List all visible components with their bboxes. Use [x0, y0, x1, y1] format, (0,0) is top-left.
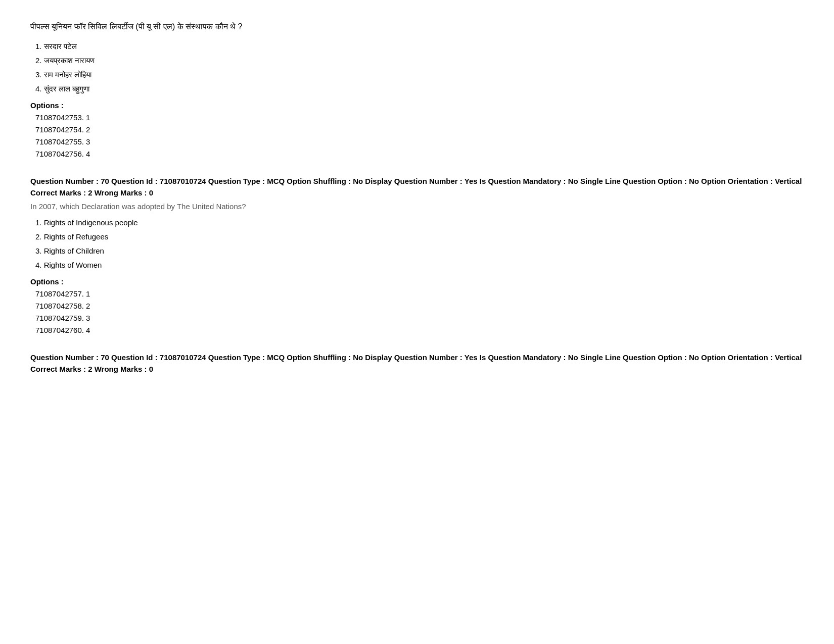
section1-options-label: Options :	[30, 101, 804, 110]
list-item: 2. जयप्रकाश नारायण	[35, 55, 804, 67]
section1-option-ids-list: 71087042753. 171087042754. 271087042755.…	[30, 112, 804, 160]
list-item: 4. सुंदर लाल बहुगुणा	[35, 83, 804, 95]
list-item: 3. Rights of Children	[35, 245, 804, 257]
section1-options-list: 1. सरदार पटेल2. जयप्रकाश नारायण3. राम मन…	[30, 40, 804, 95]
list-item: 2. Rights of Refugees	[35, 231, 804, 243]
list-item: 1. Rights of Indigenous people	[35, 217, 804, 229]
section2-options-label: Options :	[30, 277, 804, 286]
section2-option-ids-list: 71087042757. 171087042758. 271087042759.…	[30, 288, 804, 336]
section-1: पीपल्स यूनियन फॉर सिविल लिबर्टीज (पी यू …	[30, 20, 804, 160]
section3-correct-marks: Correct Marks : 2 Wrong Marks : 0	[30, 365, 804, 373]
list-item: 1. सरदार पटेल	[35, 40, 804, 53]
list-item: 71087042758. 2	[35, 300, 804, 312]
list-item: 71087042757. 1	[35, 288, 804, 300]
section-3: Question Number : 70 Question Id : 71087…	[30, 352, 804, 373]
section3-question-meta: Question Number : 70 Question Id : 71087…	[30, 352, 804, 364]
list-item: 71087042753. 1	[35, 112, 804, 124]
list-item: 71087042756. 4	[35, 148, 804, 160]
section2-question-meta: Question Number : 70 Question Id : 71087…	[30, 175, 804, 187]
list-item: 71087042759. 3	[35, 312, 804, 324]
section2-options-list: 1. Rights of Indigenous people2. Rights …	[30, 217, 804, 271]
list-item: 71087042754. 2	[35, 124, 804, 136]
section2-correct-marks: Correct Marks : 2 Wrong Marks : 0	[30, 188, 804, 197]
list-item: 71087042760. 4	[35, 324, 804, 336]
list-item: 3. राम मनोहर लोहिया	[35, 69, 804, 81]
section2-question-text: In 2007, which Declaration was adopted b…	[30, 202, 804, 211]
section-2: Question Number : 70 Question Id : 71087…	[30, 175, 804, 336]
hindi-question-text: पीपल्स यूनियन फॉर सिविल लिबर्टीज (पी यू …	[30, 20, 804, 33]
list-item: 71087042755. 3	[35, 136, 804, 148]
list-item: 4. Rights of Women	[35, 259, 804, 271]
